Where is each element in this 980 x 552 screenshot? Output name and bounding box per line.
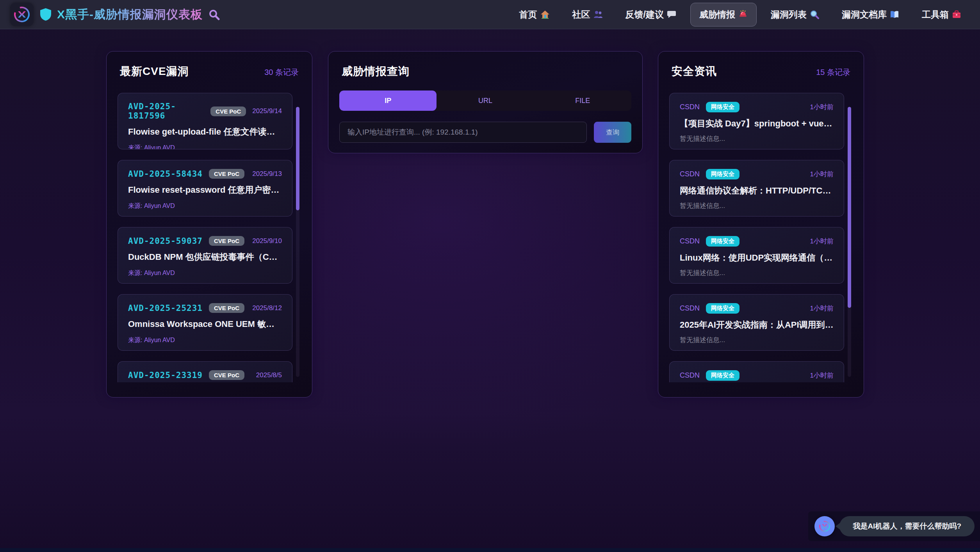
cve-date: 2025/9/10: [252, 237, 282, 245]
news-panel-title: 安全资讯: [672, 64, 717, 79]
news-card-list: CSDN 网络安全 1小时前 【项目实战 Day7】springboot + v…: [669, 93, 853, 382]
cve-card[interactable]: AVD-2025-23319 CVE PoC 2025/8/5 Triton I…: [118, 361, 292, 382]
cve-scrollbar-thumb[interactable]: [296, 107, 299, 210]
app-logo[interactable]: [10, 3, 34, 26]
news-desc: 暂无描述信息...: [680, 201, 834, 210]
news-desc: 暂无描述信息...: [680, 268, 834, 277]
news-title: Linux网络：使用UDP实现网络通信（服务端...: [680, 252, 834, 264]
cve-poc-badge: CVE PoC: [209, 303, 244, 313]
tab-ip[interactable]: IP: [339, 91, 437, 111]
nav-item-label: 社区: [572, 9, 590, 21]
query-row: 查询: [339, 122, 631, 143]
news-title: 【项目实战 Day7】springboot + vue 苍穹外...: [680, 118, 834, 130]
news-category-badge: 网络安全: [706, 303, 739, 314]
cve-source: 来源: Aliyun AVD: [128, 336, 282, 344]
nav-item-community[interactable]: 社区: [564, 3, 611, 26]
tab-url[interactable]: URL: [437, 91, 534, 111]
cve-poc-badge: CVE PoC: [210, 106, 246, 116]
nav-item-label: 威胁情报: [699, 9, 735, 21]
news-category-badge: 网络安全: [706, 370, 739, 381]
community-icon: [593, 10, 603, 19]
news-desc: 暂无描述信息...: [680, 335, 834, 344]
cve-poc-badge: CVE PoC: [209, 169, 244, 179]
home-icon: [540, 10, 550, 19]
cve-scrollbar[interactable]: [296, 107, 299, 377]
top-navbar: X黑手-威胁情报漏洞仪表板 首页 社区 反馈/建议 威胁情报: [0, 0, 980, 29]
brand: X黑手-威胁情报漏洞仪表板: [40, 7, 220, 23]
cve-card-list: AVD-2025-1817596 CVE PoC 2025/9/14 Flowi…: [118, 93, 301, 382]
ai-chat-bubble[interactable]: 我是AI机器人，需要什么帮助吗?: [839, 516, 975, 536]
query-button[interactable]: 查询: [594, 122, 631, 143]
x-mask-logo-icon: [13, 5, 31, 23]
news-source: CSDN: [680, 237, 700, 245]
nav-item-vuln-list[interactable]: 漏洞列表: [762, 3, 828, 26]
cve-id: AVD-2025-23319: [128, 371, 203, 380]
nav-item-label: 漏洞文档库: [842, 9, 887, 21]
news-time: 1小时前: [810, 237, 834, 246]
cve-panel-title: 最新CVE漏洞: [120, 64, 189, 79]
cve-title: DuckDB NPM 包供应链投毒事件（CVE-2025-...: [128, 251, 282, 263]
news-time: 1小时前: [810, 304, 834, 313]
nav-item-label: 首页: [519, 9, 537, 21]
cve-card[interactable]: AVD-2025-58434 CVE PoC 2025/9/13 Flowise…: [118, 160, 292, 217]
news-time: 1小时前: [810, 371, 834, 380]
cve-date: 2025/9/14: [252, 107, 282, 115]
nav-item-doc-library[interactable]: 漏洞文档库: [833, 3, 908, 26]
cve-title: Omnissa Workspace ONE UEM 敏感信息泄漏...: [128, 318, 282, 330]
cve-date: 2025/9/13: [252, 170, 282, 178]
cve-id: AVD-2025-59037: [128, 236, 203, 246]
cve-card[interactable]: AVD-2025-59037 CVE PoC 2025/9/10 DuckDB …: [118, 227, 292, 284]
news-scrollbar[interactable]: [848, 107, 851, 377]
cve-poc-badge: CVE PoC: [209, 370, 244, 380]
news-source: CSDN: [680, 103, 700, 111]
nav-item-toolbox[interactable]: 工具箱: [913, 3, 970, 26]
ai-chat-message: 我是AI机器人，需要什么帮助吗?: [853, 521, 961, 531]
search-icon: [810, 10, 819, 19]
cve-title: Flowise reset-password 任意用户密码重置漏...: [128, 184, 282, 196]
cve-id: AVD-2025-1817596: [128, 102, 204, 121]
news-source: CSDN: [680, 304, 700, 312]
news-scrollbar-thumb[interactable]: [848, 107, 851, 308]
intel-panel-title: 威胁情报查询: [342, 64, 410, 79]
ai-chat-widget: 我是AI机器人，需要什么帮助吗?: [814, 516, 975, 536]
cve-date: 2025/8/5: [256, 371, 282, 379]
news-title: 网络通信协议全解析：HTTP/UDP/TCP核心要...: [680, 185, 834, 197]
cve-card[interactable]: AVD-2025-1817596 CVE PoC 2025/9/14 Flowi…: [118, 93, 292, 149]
cve-panel-header: 最新CVE漏洞 30 条记录: [118, 64, 301, 79]
nav-item-label: 反馈/建议: [625, 9, 664, 21]
nav-item-label: 漏洞列表: [771, 9, 807, 21]
cve-source: 来源: Aliyun AVD: [128, 202, 282, 210]
news-card[interactable]: CSDN 网络安全 1小时前 2025年AI开发实战指南：从API调用到工程落.…: [669, 294, 844, 351]
tab-file[interactable]: FILE: [534, 91, 631, 111]
nav-item-home[interactable]: 首页: [511, 3, 558, 26]
magnifier-icon: [208, 9, 220, 20]
cve-title: Flowise get-upload-file 任意文件读取漏洞: [128, 126, 282, 138]
news-card[interactable]: CSDN 网络安全 1小时前 Linux网络：使用UDP实现网络通信（服务端..…: [669, 227, 844, 284]
page-title: X黑手-威胁情报漏洞仪表板: [57, 7, 203, 23]
news-card[interactable]: CSDN 网络安全 1小时前 网络通信协议全解析：HTTP/UDP/TCP核心要…: [669, 160, 844, 217]
news-record-count: 15 条记录: [816, 67, 850, 78]
news-title: 2025年AI开发实战指南：从API调用到工程落...: [680, 319, 834, 331]
news-card[interactable]: CSDN 网络安全 1小时前 【项目实战 Day7】springboot + v…: [669, 93, 844, 149]
security-news-panel: 安全资讯 15 条记录 CSDN 网络安全 1小时前 【项目实战 Day7】sp…: [658, 51, 864, 398]
cve-poc-badge: CVE PoC: [209, 236, 244, 246]
alert-icon: [738, 10, 748, 19]
news-panel-header: 安全资讯 15 条记录: [669, 64, 853, 79]
latest-cve-panel: 最新CVE漏洞 30 条记录 AVD-2025-1817596 CVE PoC …: [106, 51, 312, 398]
cve-id: AVD-2025-58434: [128, 169, 203, 179]
news-category-badge: 网络安全: [706, 169, 739, 179]
cve-date: 2025/8/12: [252, 304, 282, 312]
ai-robot-avatar[interactable]: [814, 516, 835, 536]
cve-card[interactable]: AVD-2025-25231 CVE PoC 2025/8/12 Omnissa…: [118, 294, 292, 351]
ip-query-input[interactable]: [339, 122, 587, 143]
nav-menu: 首页 社区 反馈/建议 威胁情报 漏洞列表: [511, 3, 970, 27]
cve-source: 来源: Aliyun AVD: [128, 144, 282, 149]
news-source: CSDN: [680, 371, 700, 380]
threat-intel-query-panel: 威胁情报查询 IP URL FILE 查询: [328, 51, 643, 153]
cve-id: AVD-2025-25231: [128, 304, 203, 313]
nav-item-threat-intel[interactable]: 威胁情报: [690, 3, 757, 27]
nav-item-feedback[interactable]: 反馈/建议: [617, 3, 685, 26]
shield-icon: [40, 8, 52, 21]
news-card[interactable]: CSDN 网络安全 1小时前 【征文计划】深度剖析 Rokid SLAM 算法：…: [669, 361, 844, 382]
robot-logo-icon: [818, 520, 831, 533]
